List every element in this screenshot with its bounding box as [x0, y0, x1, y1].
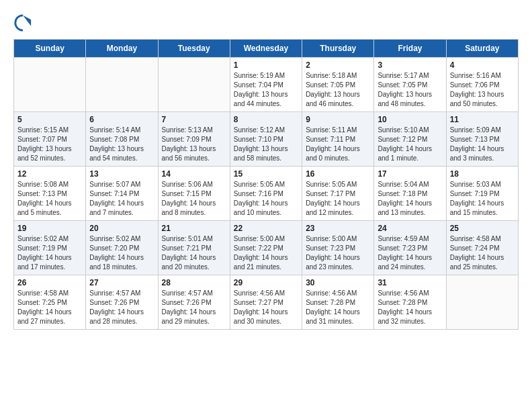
calendar-cell: 2Sunrise: 5:18 AM Sunset: 7:05 PM Daylig… [302, 58, 374, 112]
day-number: 29 [234, 278, 298, 287]
calendar-cell: 24Sunrise: 4:59 AM Sunset: 7:23 PM Dayli… [374, 221, 446, 275]
calendar-cell [446, 275, 518, 330]
day-info: Sunrise: 4:57 AM Sunset: 7:26 PM Dayligh… [89, 289, 154, 326]
weekday-sunday: Sunday [14, 40, 86, 58]
calendar-cell: 7Sunrise: 5:13 AM Sunset: 7:09 PM Daylig… [158, 112, 230, 167]
weekday-friday: Friday [374, 40, 446, 58]
day-number: 18 [450, 169, 515, 179]
day-number: 19 [17, 224, 82, 233]
calendar-cell: 14Sunrise: 5:06 AM Sunset: 7:15 PM Dayli… [158, 167, 230, 221]
day-number: 6 [89, 115, 154, 124]
day-number: 27 [89, 278, 154, 287]
day-number: 15 [234, 169, 298, 179]
day-number: 24 [378, 224, 442, 233]
day-number: 4 [450, 60, 515, 70]
day-number: 8 [234, 115, 298, 124]
day-info: Sunrise: 5:18 AM Sunset: 7:05 PM Dayligh… [306, 71, 370, 109]
calendar-cell: 11Sunrise: 5:09 AM Sunset: 7:13 PM Dayli… [446, 112, 518, 167]
day-number: 20 [89, 224, 154, 233]
day-info: Sunrise: 5:10 AM Sunset: 7:12 PM Dayligh… [378, 126, 442, 163]
day-info: Sunrise: 5:06 AM Sunset: 7:15 PM Dayligh… [162, 180, 226, 218]
calendar-cell: 29Sunrise: 4:56 AM Sunset: 7:27 PM Dayli… [230, 275, 302, 330]
calendar-week-4: 19Sunrise: 5:02 AM Sunset: 7:19 PM Dayli… [14, 221, 519, 275]
day-number: 14 [162, 169, 226, 179]
calendar-cell: 18Sunrise: 5:03 AM Sunset: 7:19 PM Dayli… [446, 167, 518, 221]
day-number: 13 [89, 169, 154, 179]
logo-icon [13, 13, 32, 32]
calendar-cell: 10Sunrise: 5:10 AM Sunset: 7:12 PM Dayli… [374, 112, 446, 167]
calendar-cell: 28Sunrise: 4:57 AM Sunset: 7:26 PM Dayli… [158, 275, 230, 330]
day-info: Sunrise: 5:02 AM Sunset: 7:19 PM Dayligh… [17, 234, 82, 272]
day-number: 5 [17, 115, 82, 124]
weekday-monday: Monday [86, 40, 158, 58]
day-info: Sunrise: 5:14 AM Sunset: 7:08 PM Dayligh… [89, 126, 154, 163]
calendar-cell: 16Sunrise: 5:05 AM Sunset: 7:17 PM Dayli… [302, 167, 374, 221]
day-info: Sunrise: 5:00 AM Sunset: 7:23 PM Dayligh… [306, 234, 370, 272]
calendar-cell: 20Sunrise: 5:02 AM Sunset: 7:20 PM Dayli… [86, 221, 158, 275]
calendar-cell: 9Sunrise: 5:11 AM Sunset: 7:11 PM Daylig… [302, 112, 374, 167]
day-info: Sunrise: 5:19 AM Sunset: 7:04 PM Dayligh… [234, 71, 298, 109]
calendar-cell: 21Sunrise: 5:01 AM Sunset: 7:21 PM Dayli… [158, 221, 230, 275]
day-info: Sunrise: 5:04 AM Sunset: 7:18 PM Dayligh… [378, 180, 442, 218]
day-info: Sunrise: 5:11 AM Sunset: 7:11 PM Dayligh… [306, 126, 370, 163]
day-info: Sunrise: 5:03 AM Sunset: 7:19 PM Dayligh… [450, 180, 515, 218]
calendar-cell: 3Sunrise: 5:17 AM Sunset: 7:05 PM Daylig… [374, 58, 446, 112]
calendar-cell: 26Sunrise: 4:58 AM Sunset: 7:25 PM Dayli… [14, 275, 86, 330]
day-info: Sunrise: 5:12 AM Sunset: 7:10 PM Dayligh… [234, 126, 298, 163]
weekday-tuesday: Tuesday [158, 40, 230, 58]
calendar-week-1: 1Sunrise: 5:19 AM Sunset: 7:04 PM Daylig… [14, 58, 519, 112]
calendar-cell: 8Sunrise: 5:12 AM Sunset: 7:10 PM Daylig… [230, 112, 302, 167]
calendar-cell: 19Sunrise: 5:02 AM Sunset: 7:19 PM Dayli… [14, 221, 86, 275]
calendar-cell: 23Sunrise: 5:00 AM Sunset: 7:23 PM Dayli… [302, 221, 374, 275]
calendar-table: SundayMondayTuesdayWednesdayThursdayFrid… [13, 39, 519, 330]
day-number: 10 [378, 115, 442, 124]
calendar-week-2: 5Sunrise: 5:15 AM Sunset: 7:07 PM Daylig… [14, 112, 519, 167]
calendar-cell: 5Sunrise: 5:15 AM Sunset: 7:07 PM Daylig… [14, 112, 86, 167]
day-info: Sunrise: 4:59 AM Sunset: 7:23 PM Dayligh… [378, 234, 442, 272]
day-info: Sunrise: 4:58 AM Sunset: 7:25 PM Dayligh… [17, 289, 82, 326]
calendar-cell: 13Sunrise: 5:07 AM Sunset: 7:14 PM Dayli… [86, 167, 158, 221]
calendar-week-5: 26Sunrise: 4:58 AM Sunset: 7:25 PM Dayli… [14, 275, 519, 330]
calendar-cell: 25Sunrise: 4:58 AM Sunset: 7:24 PM Dayli… [446, 221, 518, 275]
day-number: 28 [162, 278, 226, 287]
calendar-cell [158, 58, 230, 112]
calendar-cell [14, 58, 86, 112]
calendar-cell: 15Sunrise: 5:05 AM Sunset: 7:16 PM Dayli… [230, 167, 302, 221]
day-info: Sunrise: 5:01 AM Sunset: 7:21 PM Dayligh… [162, 234, 226, 272]
calendar-week-3: 12Sunrise: 5:08 AM Sunset: 7:13 PM Dayli… [14, 167, 519, 221]
day-number: 25 [450, 224, 515, 233]
day-number: 17 [378, 169, 442, 179]
day-info: Sunrise: 4:56 AM Sunset: 7:27 PM Dayligh… [234, 289, 298, 326]
day-number: 21 [162, 224, 226, 233]
calendar-cell: 17Sunrise: 5:04 AM Sunset: 7:18 PM Dayli… [374, 167, 446, 221]
calendar-cell [86, 58, 158, 112]
day-info: Sunrise: 4:56 AM Sunset: 7:28 PM Dayligh… [306, 289, 370, 326]
day-number: 1 [234, 60, 298, 70]
day-number: 3 [378, 60, 442, 70]
day-number: 31 [378, 278, 442, 287]
day-info: Sunrise: 5:08 AM Sunset: 7:13 PM Dayligh… [17, 180, 82, 218]
weekday-wednesday: Wednesday [230, 40, 302, 58]
day-number: 9 [306, 115, 370, 124]
svg-marker-0 [23, 15, 31, 26]
weekday-thursday: Thursday [302, 40, 374, 58]
calendar-cell: 27Sunrise: 4:57 AM Sunset: 7:26 PM Dayli… [86, 275, 158, 330]
calendar-cell: 12Sunrise: 5:08 AM Sunset: 7:13 PM Dayli… [14, 167, 86, 221]
day-info: Sunrise: 5:07 AM Sunset: 7:14 PM Dayligh… [89, 180, 154, 218]
day-info: Sunrise: 5:02 AM Sunset: 7:20 PM Dayligh… [89, 234, 154, 272]
calendar-cell: 4Sunrise: 5:16 AM Sunset: 7:06 PM Daylig… [446, 58, 518, 112]
day-number: 30 [306, 278, 370, 287]
calendar-body: 1Sunrise: 5:19 AM Sunset: 7:04 PM Daylig… [14, 58, 519, 330]
day-number: 2 [306, 60, 370, 70]
weekday-header-row: SundayMondayTuesdayWednesdayThursdayFrid… [14, 40, 519, 58]
day-info: Sunrise: 4:56 AM Sunset: 7:28 PM Dayligh… [378, 289, 442, 326]
day-info: Sunrise: 5:09 AM Sunset: 7:13 PM Dayligh… [450, 126, 515, 163]
day-number: 23 [306, 224, 370, 233]
day-info: Sunrise: 4:57 AM Sunset: 7:26 PM Dayligh… [162, 289, 226, 326]
calendar-cell: 31Sunrise: 4:56 AM Sunset: 7:28 PM Dayli… [374, 275, 446, 330]
day-info: Sunrise: 4:58 AM Sunset: 7:24 PM Dayligh… [450, 234, 515, 272]
day-info: Sunrise: 5:15 AM Sunset: 7:07 PM Dayligh… [17, 126, 82, 163]
weekday-saturday: Saturday [446, 40, 518, 58]
day-info: Sunrise: 5:00 AM Sunset: 7:22 PM Dayligh… [234, 234, 298, 272]
calendar-cell: 22Sunrise: 5:00 AM Sunset: 7:22 PM Dayli… [230, 221, 302, 275]
